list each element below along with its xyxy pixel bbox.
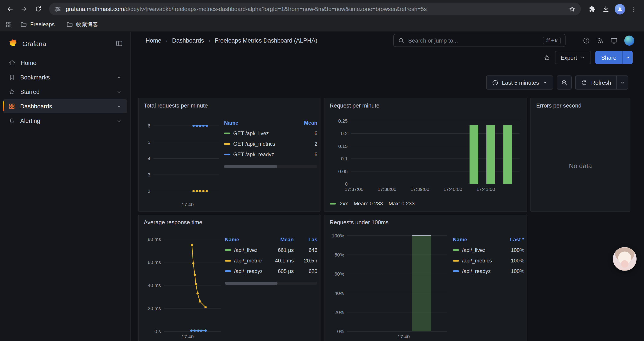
legend-header-row: NameLast * <box>453 234 524 245</box>
back-icon <box>6 5 14 13</box>
browser-profile-button[interactable] <box>613 3 626 16</box>
breadcrumb-home[interactable]: Home <box>146 37 161 44</box>
back-button[interactable] <box>4 3 17 16</box>
series-stat: Max: 0.233 <box>389 201 415 207</box>
help-button[interactable]: ? <box>582 37 590 44</box>
bookmark-star-icon[interactable] <box>568 6 576 13</box>
legend-row[interactable]: /api/_metrics40.1 ms20.5 r <box>225 255 318 266</box>
svg-text:80%: 80% <box>334 252 344 258</box>
svg-text:40 ms: 40 ms <box>148 283 161 288</box>
extensions-button[interactable] <box>585 3 598 16</box>
legend-row[interactable]: /api/_metrics100% <box>453 255 524 266</box>
chevron-down-icon[interactable] <box>116 74 122 80</box>
chevron-down-icon <box>580 55 586 60</box>
favorite-star-button[interactable] <box>543 54 550 61</box>
svg-text:0%: 0% <box>337 329 344 334</box>
legend-column-header[interactable]: Last * <box>500 237 524 243</box>
sidebar-item-dashboards[interactable]: Dashboards <box>3 99 127 113</box>
legend-row[interactable]: /api/_readyz100% <box>453 266 524 276</box>
panel-title[interactable]: Average response time <box>138 215 320 229</box>
svg-text:60 ms: 60 ms <box>148 260 161 265</box>
browser-menu-button[interactable] <box>627 3 640 16</box>
search-box[interactable]: ⌘+k <box>393 34 566 47</box>
panel-total-requests-per-minute: 6543217:40 Total requests per minute Nam… <box>138 98 320 212</box>
legend-column-header[interactable]: Name <box>453 237 496 243</box>
scrollbar-thumb[interactable] <box>225 282 278 285</box>
legend-row[interactable]: GET /api/_livez6 <box>224 128 318 139</box>
time-range-picker[interactable]: Last 5 minutes <box>486 76 554 90</box>
scrollbar-thumb[interactable] <box>224 165 277 168</box>
refresh-button[interactable]: Refresh <box>576 76 617 90</box>
bookmark-label: Freeleaps <box>30 22 54 28</box>
series-marker <box>453 249 459 251</box>
series-marker <box>224 133 230 134</box>
share-button[interactable]: Share <box>596 51 622 64</box>
sidebar-collapse-button[interactable] <box>115 40 123 47</box>
search-input[interactable] <box>408 37 540 44</box>
requests-under-100ms-chart[interactable]: 100%80%60%40%20%0%17:40 <box>324 215 527 341</box>
news-rss-button[interactable] <box>597 37 604 44</box>
legend-column-header[interactable]: Name <box>225 237 262 243</box>
legend-column-header[interactable]: Mean <box>266 237 294 243</box>
legend-row[interactable]: GET /api/_readyz6 <box>224 149 318 160</box>
legend-table: NameMeanGET /api/_livez6GET /api/_metric… <box>224 118 318 168</box>
bookmark-item-freeleaps[interactable]: Freeleaps <box>17 20 58 30</box>
rss-icon <box>597 37 604 44</box>
series-name: GET /api/_metrics <box>233 141 275 147</box>
zoom-out-button[interactable] <box>557 76 572 90</box>
chevron-down-icon[interactable] <box>116 89 122 95</box>
legend-scrollbar[interactable] <box>225 282 318 285</box>
legend-row[interactable]: GET /api/_metrics2 <box>224 139 318 149</box>
reload-button[interactable] <box>32 3 45 16</box>
legend-row[interactable]: /api/_livez100% <box>453 245 524 255</box>
legend-row[interactable]: /api/_readyz605 µs620 <box>225 266 318 276</box>
series-value: 661 µs <box>266 247 294 253</box>
series-value: 40.1 ms <box>266 258 294 264</box>
url-text: grafana.mathmast.com/d/deytv4rwavabkb/fr… <box>66 6 564 12</box>
site-info-icon[interactable] <box>54 6 62 13</box>
forward-icon <box>20 5 28 13</box>
floating-assistant-avatar[interactable] <box>613 247 636 271</box>
svg-text:0: 0 <box>345 181 348 187</box>
sidebar-item-home[interactable]: Home <box>3 56 127 70</box>
series-name: /api/_readyz <box>234 268 262 274</box>
legend-column-header[interactable]: Name <box>224 120 288 126</box>
apps-grid-icon[interactable] <box>5 21 12 28</box>
downloads-button[interactable] <box>599 3 612 16</box>
sidebar-item-alerting[interactable]: Alerting <box>3 114 127 128</box>
legend-column-header[interactable]: Las <box>297 237 318 243</box>
refresh-interval-button[interactable] <box>617 76 628 90</box>
dashboard-actionbar: Export Share <box>131 49 644 66</box>
panel-title[interactable]: Requests under 100ms <box>324 215 527 229</box>
chevron-down-icon[interactable] <box>116 103 122 109</box>
panel-title[interactable]: Total requests per minute <box>138 98 320 112</box>
svg-text:17:41:00: 17:41:00 <box>476 187 495 192</box>
svg-text:100%: 100% <box>332 233 344 238</box>
legend-row[interactable]: /api/_livez661 µs646 <box>225 245 318 255</box>
sidebar-item-bookmarks[interactable]: Bookmarks <box>3 70 127 84</box>
panel-title[interactable]: Request per minute <box>324 98 527 112</box>
panel-errors-per-second: Errors per second No data <box>530 98 630 212</box>
legend-scrollbar[interactable] <box>224 165 318 168</box>
share-menu-button[interactable] <box>622 51 632 64</box>
chevron-down-icon <box>620 80 625 85</box>
kiosk-monitor-button[interactable] <box>610 37 618 44</box>
legend-inline[interactable]: 2xxMean: 0.233Max: 0.233 <box>330 201 415 207</box>
sidebar-item-starred[interactable]: Starred <box>3 85 127 99</box>
svg-text:0 s: 0 s <box>154 329 161 334</box>
breadcrumb-current: Freeleaps Metrics Dashboard (ALPHA) <box>215 37 318 44</box>
chevron-down-icon[interactable] <box>116 118 122 124</box>
svg-text:17:39:00: 17:39:00 <box>410 187 430 192</box>
request-per-minute-chart[interactable]: 0.250.20.150.10.05017:37:0017:38:0017:39… <box>324 98 527 211</box>
legend-column-header[interactable]: Mean <box>291 120 318 126</box>
panel-title[interactable]: Errors per second <box>531 98 630 112</box>
reload-icon <box>34 5 42 13</box>
address-bar[interactable]: grafana.mathmast.com/d/deytv4rwavabkb/fr… <box>49 3 581 15</box>
user-avatar[interactable] <box>624 35 634 46</box>
svg-text:17:37:00: 17:37:00 <box>345 187 364 192</box>
forward-button[interactable] <box>18 3 31 16</box>
bookmark-item-blog[interactable]: 收藏博客 <box>62 20 102 30</box>
export-button[interactable]: Export <box>555 51 591 64</box>
series-name[interactable]: 2xx <box>340 201 348 207</box>
breadcrumb-dashboards[interactable]: Dashboards <box>172 37 204 44</box>
